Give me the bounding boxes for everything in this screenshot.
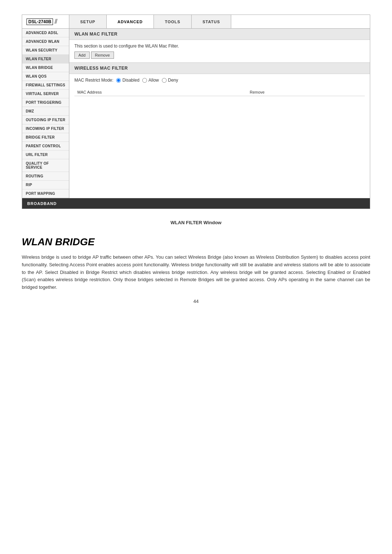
sidebar-item-port-triggering[interactable]: PORT TRIGGERING (22, 98, 69, 107)
wireless-mac-filter-title: WIRELESS MAC FILTER (74, 66, 128, 71)
sidebar-item-incoming-ip-filter[interactable]: INCOMING IP FILTER (22, 124, 69, 133)
sidebar-item-wlan-security[interactable]: WLAN SECURITY (22, 46, 69, 55)
sidebar-item-wlan-bridge[interactable]: WLAN BRIDGE (22, 63, 69, 72)
sidebar-item-wlan-qos[interactable]: WLAN QOS (22, 72, 69, 81)
add-button[interactable]: Add (74, 52, 90, 59)
radio-allow-label: Allow (148, 78, 159, 83)
footer-brand: BROADBAND (27, 201, 57, 206)
sidebar-item-wlan-filter[interactable]: WLAN FILTER (22, 55, 69, 63)
radio-deny-label: Deny (168, 78, 178, 83)
sidebar-item-quality-of-service[interactable]: QUALITY OF SERVICE (22, 159, 69, 172)
radio-deny-option[interactable]: Deny (162, 78, 178, 83)
content-panel: WLAN MAC FILTER This section is used to … (69, 29, 370, 198)
wlan-mac-filter-body: This section is used to configure the WL… (69, 40, 370, 63)
sidebar-item-parent-control[interactable]: PARENT CONTROL (22, 142, 69, 151)
sidebar-item-virtual-server[interactable]: VIRTUAL SERVER (22, 90, 69, 98)
sidebar-item-url-filter[interactable]: URL FILTER (22, 151, 69, 159)
mac-address-table: MAC Address Remove (74, 89, 365, 96)
wlan-bridge-title: WLAN BRIDGE (22, 236, 370, 248)
wlan-bridge-section: WLAN BRIDGE Wireless bridge is used to b… (22, 236, 370, 291)
brand-model: DSL-2740B (26, 19, 53, 25)
figure-caption: WLAN FILTER Window (22, 220, 370, 225)
brand-slashes: // (54, 18, 57, 25)
tab-setup[interactable]: SETUP (69, 15, 107, 28)
router-footer: BROADBAND (22, 198, 370, 209)
wireless-mac-filter-body: MAC Restrict Mode: Disabled Allow Deny (69, 74, 370, 100)
remove-col-header: Remove (247, 89, 365, 96)
radio-disabled[interactable] (116, 78, 121, 83)
mac-restrict-label: MAC Restrict Mode: (74, 78, 113, 83)
router-ui-panel: DSL-2740B // SETUP ADVANCED tooLs STATUS… (22, 15, 370, 209)
brand-cell: DSL-2740B // (22, 15, 69, 28)
tab-advanced[interactable]: ADVANCED (107, 15, 154, 28)
wlan-mac-filter-title: WLAN MAC FILTER (74, 32, 118, 37)
wlan-mac-filter-header: WLAN MAC FILTER (69, 29, 370, 40)
sidebar-item-advanced-adsl[interactable]: ADVANCED ADSL (22, 29, 69, 37)
sidebar-item-routing[interactable]: ROUTING (22, 172, 69, 181)
page-number: 44 (22, 299, 370, 304)
wlan-bridge-body: Wireless bridge is used to bridge AP tra… (22, 254, 370, 291)
wlan-mac-filter-btn-group: Add Remove (74, 52, 365, 59)
top-nav: DSL-2740B // SETUP ADVANCED tooLs STATUS (22, 15, 370, 29)
mac-restrict-mode-group: MAC Restrict Mode: Disabled Allow Deny (74, 78, 365, 83)
wireless-mac-filter-header: WIRELESS MAC FILTER (69, 63, 370, 74)
sidebar-item-dmz[interactable]: DMZ (22, 107, 69, 116)
sidebar-item-outgoing-ip-filter[interactable]: OUTGOING IP FILTER (22, 116, 69, 124)
radio-deny[interactable] (162, 78, 167, 83)
radio-disabled-label: Disabled (122, 78, 139, 83)
wlan-mac-filter-desc: This section is used to configure the WL… (74, 44, 365, 49)
tab-tools[interactable]: tooLs (154, 15, 192, 28)
mac-address-col-header: MAC Address (74, 89, 247, 96)
sidebar-item-firewall-settings[interactable]: FIREWALL SETTINGS (22, 81, 69, 90)
sidebar: ADVANCED ADSL ADVANCED WLAN WLAN SECURIT… (22, 29, 69, 198)
sidebar-item-rip[interactable]: RIP (22, 181, 69, 189)
sidebar-item-bridge-filter[interactable]: BRIDGE FILTER (22, 133, 69, 142)
remove-button[interactable]: Remove (91, 52, 114, 59)
main-content: ADVANCED ADSL ADVANCED WLAN WLAN SECURIT… (22, 29, 370, 198)
radio-allow[interactable] (142, 78, 147, 83)
sidebar-item-port-mapping[interactable]: PORT MAPPING (22, 189, 69, 198)
sidebar-item-advanced-wlan[interactable]: ADVANCED WLAN (22, 37, 69, 46)
tab-status[interactable]: STATUS (192, 15, 231, 28)
radio-disabled-option[interactable]: Disabled (116, 78, 139, 83)
radio-allow-option[interactable]: Allow (142, 78, 159, 83)
